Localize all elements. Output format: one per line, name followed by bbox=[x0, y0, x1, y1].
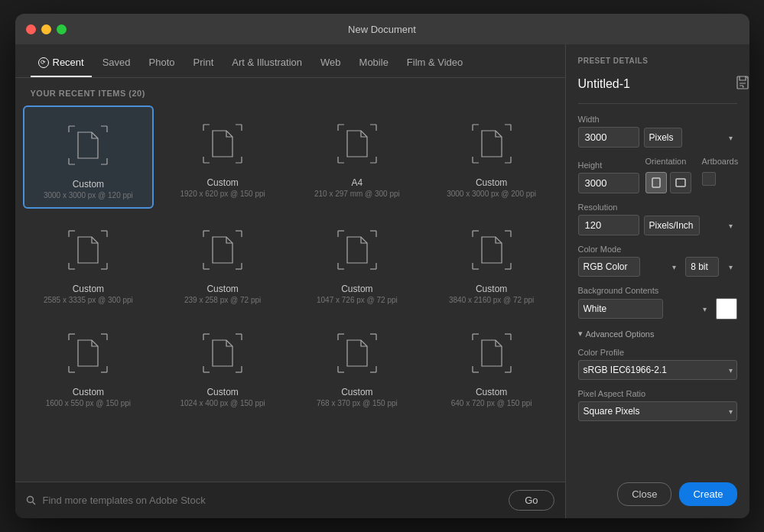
template-dims: 1600 x 550 px @ 150 ppi bbox=[46, 399, 131, 407]
template-item[interactable]: Custom 2585 x 3335 px @ 300 ppi bbox=[23, 212, 154, 312]
chevron-down-icon: ▾ bbox=[578, 329, 583, 339]
new-document-window: New Document ⟳ Recent Saved Photo Print bbox=[15, 14, 749, 518]
template-item[interactable]: Custom 3000 x 3000 px @ 200 ppi bbox=[426, 105, 558, 209]
color-profile-label: Color Profile bbox=[578, 348, 737, 357]
tab-mobile[interactable]: Mobile bbox=[352, 52, 396, 77]
color-mode-select[interactable]: RGB Color CMYK Color Grayscale bbox=[578, 257, 640, 277]
template-dims: 3000 x 3000 px @ 120 ppi bbox=[44, 191, 133, 200]
template-item[interactable]: Custom 1920 x 620 px @ 150 ppi bbox=[157, 105, 288, 209]
width-unit-select[interactable]: Pixels Inches cm mm Points bbox=[644, 128, 682, 148]
bg-contents-select[interactable]: White Black Transparent Background Color bbox=[578, 299, 663, 319]
width-label: Width bbox=[578, 115, 737, 124]
color-mode-row: RGB Color CMYK Color Grayscale 8 bit 16 … bbox=[578, 257, 737, 277]
bg-contents-field: Background Contents White Black Transpar… bbox=[578, 286, 737, 320]
tabs-bar: ⟳ Recent Saved Photo Print Art & Illustr… bbox=[15, 44, 565, 78]
create-button[interactable]: Create bbox=[679, 482, 736, 506]
bit-depth-select[interactable]: 8 bit 16 bit 32 bit bbox=[685, 257, 719, 277]
height-label: Height bbox=[578, 161, 639, 170]
template-item[interactable]: Custom 239 x 258 px @ 72 ppi bbox=[157, 212, 288, 312]
color-mode-field: Color Mode RGB Color CMYK Color Grayscal… bbox=[578, 245, 737, 277]
section-divider-1 bbox=[578, 103, 737, 104]
close-traffic-light[interactable] bbox=[26, 24, 36, 34]
template-name: A4 bbox=[352, 177, 363, 188]
search-icon bbox=[26, 495, 37, 506]
tab-web[interactable]: Web bbox=[313, 52, 349, 77]
minimize-traffic-light[interactable] bbox=[41, 24, 51, 34]
left-panel: ⟳ Recent Saved Photo Print Art & Illustr… bbox=[15, 44, 565, 518]
clock-icon: ⟳ bbox=[38, 57, 49, 68]
bg-contents-row: White Black Transparent Background Color bbox=[578, 298, 737, 320]
template-item[interactable]: Custom 1047 x 726 px @ 72 ppi bbox=[291, 212, 423, 312]
orientation-artboards-row: Orientation Artboards bbox=[645, 157, 739, 193]
template-item[interactable]: A4 210 x 297 mm @ 300 ppi bbox=[291, 105, 423, 209]
color-profile-field: Color Profile sRGB IEC61966-2.1 Adobe RG… bbox=[578, 348, 737, 380]
advanced-options-toggle[interactable]: ▾ Advanced Options bbox=[578, 329, 737, 339]
go-button[interactable]: Go bbox=[509, 490, 554, 511]
orientation-buttons bbox=[645, 172, 691, 193]
height-input[interactable] bbox=[578, 173, 639, 193]
template-dims: 640 x 720 px @ 150 ppi bbox=[451, 399, 532, 407]
bg-color-swatch[interactable] bbox=[716, 298, 737, 320]
template-dims: 3000 x 3000 px @ 200 ppi bbox=[447, 190, 536, 198]
template-dims: 1047 x 726 px @ 72 ppi bbox=[317, 296, 398, 304]
portrait-button[interactable] bbox=[645, 172, 667, 193]
close-button[interactable]: Close bbox=[617, 482, 671, 506]
template-dims: 210 x 297 mm @ 300 ppi bbox=[314, 190, 400, 198]
preset-section-label: PRESET DETAILS bbox=[578, 57, 737, 65]
template-name: Custom bbox=[476, 387, 507, 397]
svg-line-97 bbox=[32, 501, 35, 504]
tab-art[interactable]: Art & Illustration bbox=[224, 52, 310, 77]
template-item[interactable]: Custom 1600 x 550 px @ 150 ppi bbox=[23, 315, 154, 415]
resolution-unit-select[interactable]: Pixels/Inch Pixels/Cm bbox=[644, 216, 700, 235]
preset-name-input[interactable] bbox=[578, 77, 731, 91]
pixel-aspect-select[interactable]: Square Pixels bbox=[578, 401, 737, 421]
color-mode-label: Color Mode bbox=[578, 245, 737, 254]
template-name: Custom bbox=[206, 177, 238, 188]
width-input[interactable] bbox=[578, 127, 639, 148]
orientation-label: Orientation bbox=[645, 157, 691, 166]
resolution-label: Resolution bbox=[578, 203, 737, 212]
titlebar: New Document bbox=[15, 14, 749, 44]
template-icon bbox=[327, 323, 388, 384]
footer-buttons: Close Create bbox=[578, 475, 737, 506]
template-item[interactable]: Custom 3840 x 2160 px @ 72 ppi bbox=[426, 212, 558, 312]
artboards-checkbox[interactable] bbox=[702, 172, 716, 186]
template-dims: 3840 x 2160 px @ 72 ppi bbox=[449, 296, 534, 304]
template-icon bbox=[57, 219, 119, 281]
template-icon bbox=[461, 219, 522, 281]
landscape-button[interactable] bbox=[670, 172, 691, 193]
template-dims: 1920 x 620 px @ 150 ppi bbox=[180, 190, 265, 198]
template-item[interactable]: Custom 640 x 720 px @ 150 ppi bbox=[426, 315, 558, 415]
template-name: Custom bbox=[73, 387, 104, 397]
template-icon bbox=[327, 113, 388, 174]
template-dims: 768 x 370 px @ 150 ppi bbox=[317, 399, 398, 407]
template-icon bbox=[57, 115, 119, 176]
template-dims: 2585 x 3335 px @ 300 ppi bbox=[44, 296, 133, 304]
tab-film[interactable]: Film & Video bbox=[399, 52, 470, 77]
tab-photo[interactable]: Photo bbox=[141, 52, 183, 77]
tab-saved[interactable]: Saved bbox=[95, 52, 138, 77]
template-name: Custom bbox=[206, 387, 238, 397]
template-item[interactable]: Custom 768 x 370 px @ 150 ppi bbox=[291, 315, 423, 415]
template-icon bbox=[192, 323, 253, 384]
resolution-input[interactable] bbox=[578, 215, 639, 235]
template-icon bbox=[192, 219, 253, 281]
search-input[interactable] bbox=[43, 495, 502, 506]
color-profile-select[interactable]: sRGB IEC61966-2.1 Adobe RGB (1998) ProPh… bbox=[578, 360, 737, 380]
preset-name-row bbox=[578, 76, 737, 92]
template-icon bbox=[57, 323, 119, 384]
artboards-label: Artboards bbox=[702, 157, 739, 166]
recent-section: YOUR RECENT ITEMS (20) bbox=[15, 78, 565, 482]
width-field: Width Pixels Inches cm mm Points bbox=[578, 115, 737, 148]
template-icon bbox=[461, 113, 522, 174]
template-name: Custom bbox=[206, 284, 238, 294]
template-item[interactable]: Custom 3000 x 3000 px @ 120 ppi bbox=[23, 105, 154, 209]
svg-rect-99 bbox=[652, 178, 660, 187]
tab-print[interactable]: Print bbox=[186, 52, 222, 77]
tab-recent[interactable]: ⟳ Recent bbox=[31, 52, 92, 77]
template-item[interactable]: Custom 1024 x 400 px @ 150 ppi bbox=[157, 315, 288, 415]
template-name: Custom bbox=[341, 284, 372, 294]
svg-rect-100 bbox=[676, 179, 685, 187]
maximize-traffic-light[interactable] bbox=[57, 24, 67, 34]
save-preset-icon[interactable] bbox=[736, 76, 749, 92]
